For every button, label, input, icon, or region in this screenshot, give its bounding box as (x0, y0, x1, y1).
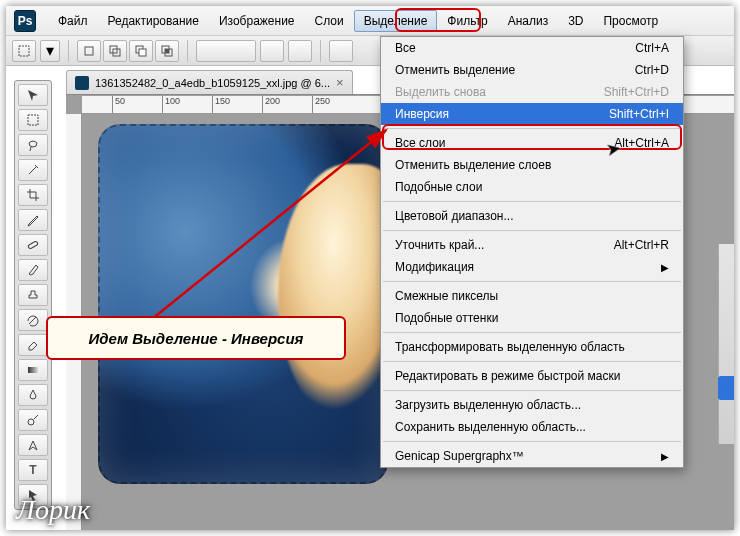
squares-add-icon (108, 44, 122, 58)
dodge-icon (26, 413, 40, 427)
tool-type[interactable]: T (18, 459, 48, 481)
tool-wand[interactable] (18, 159, 48, 181)
canvas-image[interactable] (98, 124, 388, 484)
tab-close-icon[interactable]: × (336, 75, 344, 90)
divider (68, 40, 69, 62)
square-icon (82, 44, 96, 58)
tool-move[interactable] (18, 84, 48, 106)
menu-view[interactable]: Просмотр (593, 10, 668, 32)
menu-separator (383, 361, 681, 362)
menu-item-все[interactable]: ВсеCtrl+A (381, 37, 683, 59)
menu-image[interactable]: Изображение (209, 10, 305, 32)
tool-brush[interactable] (18, 259, 48, 281)
right-panels (718, 244, 734, 444)
menu-item-label: Подобные слои (395, 180, 482, 194)
menu-item-цветовой-диапазон-[interactable]: Цветовой диапазон... (381, 205, 683, 227)
menu-separator (383, 441, 681, 442)
tool-heal[interactable] (18, 234, 48, 256)
menu-item-shortcut: Alt+Ctrl+A (614, 136, 669, 150)
menu-item-модификация[interactable]: Модификация▶ (381, 256, 683, 278)
menu-layers[interactable]: Слои (305, 10, 354, 32)
menu-file[interactable]: Файл (48, 10, 98, 32)
menu-item-label: Смежные пикселы (395, 289, 498, 303)
eraser-icon (26, 338, 40, 352)
menu-item-инверсия[interactable]: ИнверсияShift+Ctrl+I (381, 103, 683, 125)
ruler-tick: 150 (212, 96, 230, 114)
feather-field[interactable] (196, 40, 256, 62)
tool-gradient[interactable] (18, 359, 48, 381)
menu-item-label: Инверсия (395, 107, 449, 121)
tool-crop[interactable] (18, 184, 48, 206)
svg-rect-9 (28, 115, 38, 125)
opt-btn-a[interactable] (260, 40, 284, 62)
tool-blur[interactable] (18, 384, 48, 406)
ruler-tick: 100 (162, 96, 180, 114)
svg-rect-11 (28, 367, 38, 373)
menu-item-label: Все (395, 41, 416, 55)
ruler-tick: 50 (112, 96, 125, 114)
tool-marquee[interactable] (18, 109, 48, 131)
tool-pen[interactable] (18, 434, 48, 456)
menu-item-shortcut: Shift+Ctrl+I (609, 107, 669, 121)
tool-stamp[interactable] (18, 284, 48, 306)
squares-intersect-icon (160, 44, 174, 58)
svg-rect-5 (139, 49, 146, 56)
tool-eyedropper[interactable] (18, 209, 48, 231)
pen-icon (26, 438, 40, 452)
selection-intersect[interactable] (155, 40, 179, 62)
right-panel-tab[interactable] (718, 376, 734, 400)
brush-icon (26, 263, 40, 277)
tool-preset-picker[interactable] (12, 40, 36, 62)
menu-item-уточнить-край-[interactable]: Уточнить край...Alt+Ctrl+R (381, 234, 683, 256)
app-window: Ps Файл Редактирование Изображение Слои … (6, 6, 734, 530)
selection-new[interactable] (77, 40, 101, 62)
menu-item-подобные-оттенки[interactable]: Подобные оттенки (381, 307, 683, 329)
menu-3d[interactable]: 3D (558, 10, 593, 32)
eyedropper-icon (26, 213, 40, 227)
menu-item-label: Трансформировать выделенную область (395, 340, 625, 354)
opt-btn-c[interactable] (329, 40, 353, 62)
menu-item-genicap-supergraphx-[interactable]: Genicap Supergraphx™▶ (381, 445, 683, 467)
menu-item-смежные-пикселы[interactable]: Смежные пикселы (381, 285, 683, 307)
instruction-text: Идем Выделение - Инверсия (89, 330, 304, 347)
menu-item-label: Выделить снова (395, 85, 486, 99)
instruction-callout: Идем Выделение - Инверсия (46, 316, 346, 360)
history-brush-icon (26, 313, 40, 327)
menu-analysis[interactable]: Анализ (498, 10, 559, 32)
menu-select[interactable]: Выделение (354, 10, 438, 32)
menu-item-отменить-выделение[interactable]: Отменить выделениеCtrl+D (381, 59, 683, 81)
menu-separator (383, 201, 681, 202)
submenu-arrow-icon: ▶ (661, 451, 669, 462)
menu-edit[interactable]: Редактирование (98, 10, 209, 32)
divider (320, 40, 321, 62)
menu-item-сохранить-выделенную-область-[interactable]: Сохранить выделенную область... (381, 416, 683, 438)
tool-dodge[interactable] (18, 409, 48, 431)
menu-item-label: Цветовой диапазон... (395, 209, 513, 223)
menu-item-загрузить-выделенную-область-[interactable]: Загрузить выделенную область... (381, 394, 683, 416)
menu-item-все-слои[interactable]: Все слоиAlt+Ctrl+A (381, 132, 683, 154)
menu-item-label: Уточнить край... (395, 238, 484, 252)
tool-lasso[interactable] (18, 134, 48, 156)
dropdown-icon[interactable]: ▾ (40, 40, 60, 62)
selection-add[interactable] (103, 40, 127, 62)
submenu-arrow-icon: ▶ (661, 262, 669, 273)
menu-item-shortcut: Alt+Ctrl+R (614, 238, 669, 252)
tool-eraser[interactable] (18, 334, 48, 356)
menu-filter[interactable]: Фильтр (437, 10, 497, 32)
menu-item-отменить-выделение-слоев[interactable]: Отменить выделение слоев (381, 154, 683, 176)
tool-history-brush[interactable] (18, 309, 48, 331)
drop-icon (26, 388, 40, 402)
menu-item-label: Подобные оттенки (395, 311, 498, 325)
menu-item-редактировать-в-режиме-быстрой-маски[interactable]: Редактировать в режиме быстрой маски (381, 365, 683, 387)
svg-point-12 (28, 419, 34, 425)
menu-item-трансформировать-выделенную-область[interactable]: Трансформировать выделенную область (381, 336, 683, 358)
selection-subtract[interactable] (129, 40, 153, 62)
document-icon (75, 76, 89, 90)
divider (187, 40, 188, 62)
gradient-icon (26, 363, 40, 377)
menu-item-подобные-слои[interactable]: Подобные слои (381, 176, 683, 198)
opt-btn-b[interactable] (288, 40, 312, 62)
menu-item-label: Редактировать в режиме быстрой маски (395, 369, 620, 383)
menu-separator (383, 390, 681, 391)
document-tab[interactable]: 1361352482_0_a4edb_b1059125_xxl.jpg @ 6.… (66, 70, 353, 94)
